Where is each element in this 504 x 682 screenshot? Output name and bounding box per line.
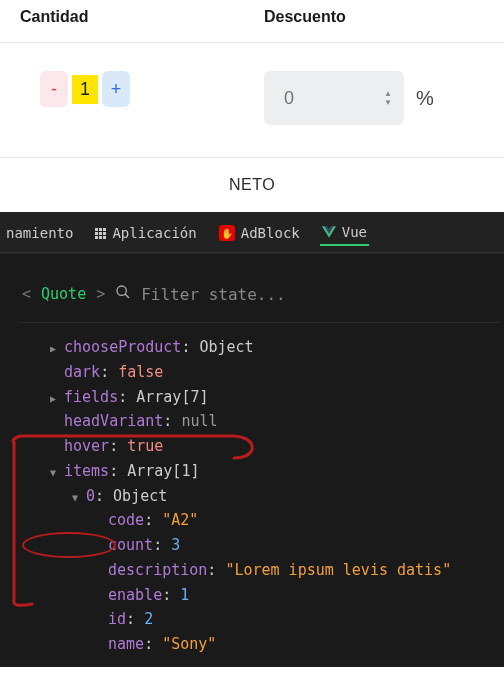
adblock-icon: ✋ [219, 225, 235, 241]
devtools-tabs: namiento Aplicación ✋ AdBlock Vue [0, 212, 504, 253]
svg-point-0 [117, 286, 126, 295]
tab-vue[interactable]: Vue [320, 220, 369, 246]
svg-line-1 [125, 294, 129, 298]
tree-row-items[interactable]: ▼items: Array[1] [28, 459, 500, 484]
angle-close: > [96, 285, 105, 303]
vue-icon [322, 225, 336, 239]
tab-namiento[interactable]: namiento [4, 221, 75, 245]
column-headers: Cantidad Descuento [0, 0, 504, 43]
discount-input[interactable] [272, 88, 384, 109]
app-form-panel: Cantidad Descuento - 1 + ▲▼ % NETO [0, 0, 504, 212]
tree-row[interactable]: enable: 1 [28, 583, 500, 608]
discount-widget: ▲▼ % [264, 71, 454, 125]
qty-plus-button[interactable]: + [102, 71, 130, 107]
tree-row[interactable]: ▶fields: Array[7] [28, 385, 500, 410]
devtools-body: <Quote> ▶chooseProduct: Object dark: fal… [0, 253, 504, 667]
tree-row[interactable]: name: "Sony" [28, 632, 500, 657]
qty-header: Cantidad [20, 8, 88, 25]
spinner-icon[interactable]: ▲▼ [384, 90, 392, 107]
discount-header: Descuento [264, 8, 346, 25]
angle-open: < [22, 285, 31, 303]
filter-state-input[interactable] [141, 285, 351, 304]
qty-minus-button[interactable]: - [40, 71, 68, 107]
tree-row[interactable]: hover: true [28, 434, 500, 459]
discount-input-wrap[interactable]: ▲▼ [264, 71, 404, 125]
tree-row[interactable]: ▼0: Object [28, 484, 500, 509]
neto-label: NETO [0, 158, 504, 212]
percent-label: % [416, 87, 454, 110]
tree-row[interactable]: code: "A2" [28, 508, 500, 533]
tree-row[interactable]: ▶chooseProduct: Object [28, 335, 500, 360]
tree-row[interactable]: headVariant: null [28, 409, 500, 434]
search-icon [115, 284, 131, 304]
component-name: Quote [41, 285, 86, 303]
tab-aplicacion[interactable]: Aplicación [93, 221, 198, 245]
devtools-panel: namiento Aplicación ✋ AdBlock Vue <Quote… [0, 212, 504, 667]
tree-row[interactable]: id: 2 [28, 607, 500, 632]
tree-row-count[interactable]: count: 3 [28, 533, 500, 558]
quantity-stepper: - 1 + [40, 71, 130, 107]
inputs-row: - 1 + ▲▼ % [0, 43, 504, 158]
state-tree: ▶chooseProduct: Object dark: false ▶fiel… [18, 335, 500, 657]
component-filter-row: <Quote> [18, 276, 500, 323]
qty-value: 1 [72, 75, 98, 104]
grid-icon [95, 228, 106, 239]
tree-row[interactable]: description: "Lorem ipsum levis datis" [28, 558, 500, 583]
tab-adblock[interactable]: ✋ AdBlock [217, 221, 302, 245]
tree-row[interactable]: dark: false [28, 360, 500, 385]
